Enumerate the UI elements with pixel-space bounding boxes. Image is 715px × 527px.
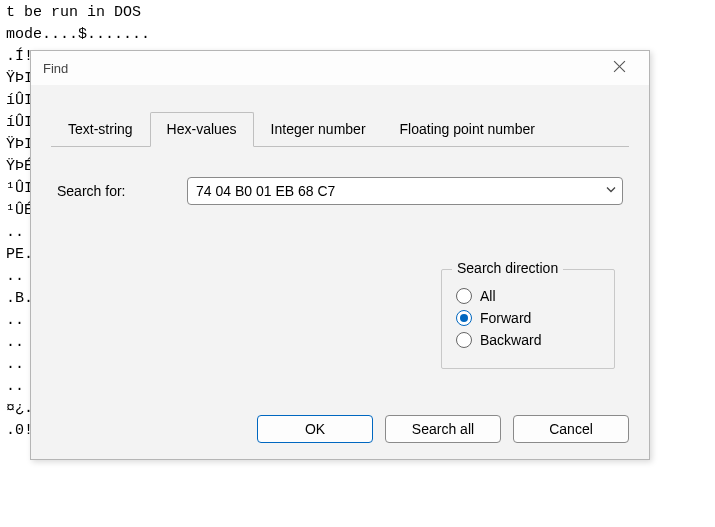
search-for-row: Search for: bbox=[51, 177, 629, 205]
radio-icon bbox=[456, 310, 472, 326]
tab-integer-number[interactable]: Integer number bbox=[254, 112, 383, 147]
dialog-button-row: OK Search all Cancel bbox=[257, 415, 629, 443]
tab-text-string[interactable]: Text-string bbox=[51, 112, 150, 147]
radio-all[interactable]: All bbox=[456, 288, 600, 304]
find-dialog: Find Text-string Hex-values Integer numb… bbox=[30, 50, 650, 460]
search-direction-group: Search direction All Forward Backward bbox=[441, 269, 615, 369]
radio-backward[interactable]: Backward bbox=[456, 332, 600, 348]
cancel-button[interactable]: Cancel bbox=[513, 415, 629, 443]
radio-label: Backward bbox=[480, 332, 541, 348]
close-button[interactable] bbox=[599, 54, 639, 82]
tab-floating-point[interactable]: Floating point number bbox=[383, 112, 552, 147]
tab-hex-values[interactable]: Hex-values bbox=[150, 112, 254, 147]
radio-icon bbox=[456, 332, 472, 348]
radio-label: Forward bbox=[480, 310, 531, 326]
radio-forward[interactable]: Forward bbox=[456, 310, 600, 326]
radio-icon bbox=[456, 288, 472, 304]
search-for-combo[interactable] bbox=[187, 177, 623, 205]
close-icon bbox=[613, 60, 626, 76]
search-for-label: Search for: bbox=[57, 183, 187, 199]
titlebar: Find bbox=[31, 51, 649, 85]
dialog-title: Find bbox=[43, 61, 68, 76]
ok-button[interactable]: OK bbox=[257, 415, 373, 443]
radio-label: All bbox=[480, 288, 496, 304]
search-direction-title: Search direction bbox=[452, 260, 563, 276]
search-for-input[interactable] bbox=[187, 177, 623, 205]
tabstrip: Text-string Hex-values Integer number Fl… bbox=[51, 111, 629, 147]
search-all-button[interactable]: Search all bbox=[385, 415, 501, 443]
dialog-body: Text-string Hex-values Integer number Fl… bbox=[31, 85, 649, 205]
